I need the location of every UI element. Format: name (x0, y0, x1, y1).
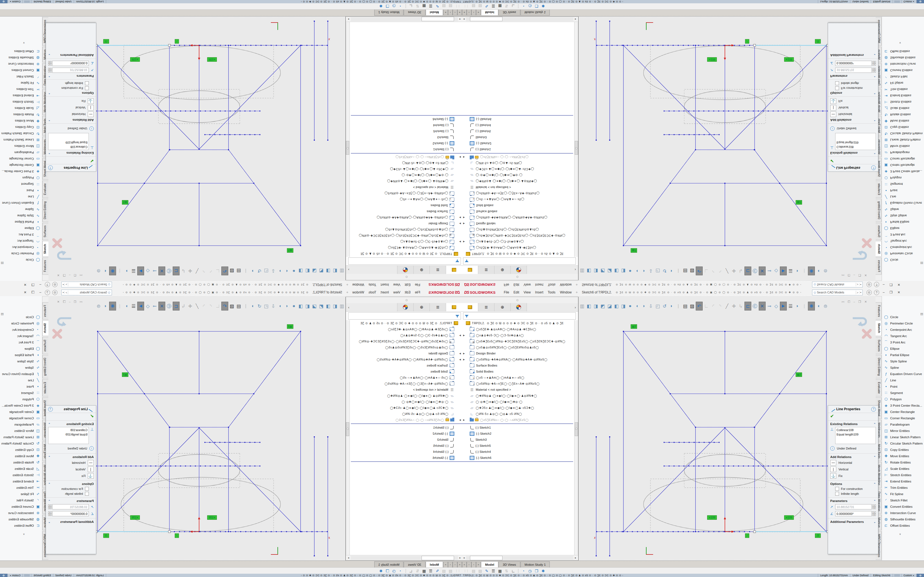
tree-rollback-bar[interactable] (351, 424, 462, 424)
tree-row[interactable]: ∟◯ИN◦5ɔ◦♟◎◯◦◯◎♟◦ɔ5◦ИN◯ (462, 411, 573, 417)
tab-scroll-button[interactable]: ‹ (467, 562, 471, 568)
angle-spinner[interactable]: ▲▼ (872, 511, 876, 516)
length-input[interactable]: 10.88152731 (52, 68, 89, 73)
menu-tools[interactable]: Tools (546, 290, 558, 295)
tool-corner-rectangle[interactable]: ▭Corner Rectangle (884, 156, 924, 162)
tool-linear-sketch-pattern[interactable]: ⊞Linear Sketch Pattern (884, 434, 924, 440)
tree-row[interactable]: ▱◯·◎✚◯∗◉I◯◦◯I◉∗◯✚◎·◯ (462, 399, 573, 405)
menu-view[interactable]: View (522, 282, 533, 287)
tab-scroll-button[interactable]: » (443, 9, 448, 15)
add-relation-vertical[interactable]: ❘Vertical (46, 466, 96, 472)
option-infinite-length[interactable]: Infinite length (46, 81, 96, 86)
tab-overflow-arrow[interactable]: › (575, 266, 578, 274)
tree-row[interactable]: ▶Design Binder (462, 221, 573, 227)
tree-row[interactable]: ◆Solid Bodies (462, 369, 573, 374)
chevron-up-icon[interactable]: ⌃ (874, 456, 876, 459)
model-tab-3d-views[interactable]: 3D Views (404, 561, 425, 568)
model-tab-3d-views[interactable]: 3D Views (499, 9, 520, 16)
relation-item[interactable]: Collinear108 (837, 428, 874, 432)
option-for-construction[interactable]: For construction (46, 86, 96, 91)
tree-row[interactable]: ▶A◯ƨ5ИN◎◦✚A✚◎ИNA◯◦◯AИN◎✚A✚◦◎ИNƨ5◯ (351, 214, 462, 221)
tab-scroll-button[interactable]: ‹ (467, 9, 471, 15)
tree-row[interactable]: ★◯ƨ5ƷƐ✚◦♟◎ʌAΦ◯◦◯ΦAʌ◎♟◦✚ƐƷ5ƨ◯ (462, 245, 573, 251)
menu-window[interactable]: Window (350, 290, 366, 295)
featuremanager-tab-part[interactable] (462, 303, 478, 311)
featuremanager-tab-part[interactable] (446, 303, 462, 311)
status-units-selector[interactable]: Custom ▲ (901, 574, 917, 577)
tab-scroll-button[interactable]: » (476, 562, 481, 568)
tool-tangent-arc[interactable]: ◠Tangent Arc (884, 238, 924, 244)
menu-tools[interactable]: Tools (366, 282, 378, 287)
chevron-up-icon[interactable]: ⌃ (874, 92, 876, 95)
relation-button-icon[interactable]: ⚓ (830, 98, 836, 104)
tool-extend-entities[interactable]: ⇥Extend Entities (0, 478, 40, 484)
bottom-toolbar-icon[interactable]: ◷ (527, 569, 533, 573)
tool-circle[interactable]: ◯Circle (0, 314, 40, 320)
relation-item[interactable]: Equal length109 (837, 432, 874, 437)
menu-view[interactable]: View (522, 290, 533, 295)
relations-listbox[interactable]: Collinear108 Equal length109 (835, 427, 876, 444)
tree-row[interactable]: (-) Sketch6 (462, 116, 573, 122)
relation-button-icon[interactable]: — (830, 460, 836, 466)
expand-arrow-icon[interactable]: ▶ (462, 419, 466, 421)
tool-linear-sketch-pattern[interactable]: ⊞Linear Sketch Pattern (0, 137, 40, 143)
tool-center-rectangle[interactable]: ▣Center Rectangle (884, 162, 924, 168)
bottom-toolbar-icon[interactable]: ▤ (447, 4, 454, 8)
tool-extend-entities[interactable]: ⇥Extend Entities (0, 93, 40, 99)
tree-rollback-bar[interactable] (462, 461, 573, 462)
relation-button-icon[interactable]: ❘ (830, 105, 836, 110)
tree-row[interactable]: ∟◯ИN◦5ɔ◦♟◎◯◦◯◎♟◦ɔ5◦ИN◯ (351, 411, 462, 417)
hscroll-left-arrow[interactable]: ◄ (462, 557, 466, 559)
tree-filter-input[interactable] (463, 258, 576, 264)
feature-manager-header[interactable] (462, 297, 578, 303)
expand-arrow-icon[interactable]: ▶ (462, 222, 466, 225)
bottom-toolbar-icon[interactable]: ✎ (434, 569, 441, 573)
vtab-features[interactable]: Features (876, 302, 882, 319)
restore-button[interactable]: ❐ (887, 283, 895, 287)
tool-move-entities[interactable]: ✚Move Entities (884, 118, 924, 124)
tree-row[interactable]: (-) Sketch1 (462, 147, 573, 153)
length-input[interactable]: 10.88152731 (835, 68, 872, 73)
relation-button-icon[interactable]: ⚓ (88, 473, 94, 479)
tool-point[interactable]: ▪Point (0, 383, 40, 390)
close-button[interactable]: ✕ (21, 283, 29, 287)
quick-access-toolbar[interactable]: ⊙ ƷƐ ⊙ Ɯ ⊙ ⊙ ⊙ ✚ ⊙ ƆC ⊙ ƷƐ ⊙ · ⊙ ƨ5 ⊙ ♟ … (616, 291, 811, 294)
tool-intersection-curve[interactable]: ⊛Intersection Curve (884, 510, 924, 516)
tree-row[interactable]: (-) Sketch6 (351, 455, 462, 461)
help-icon[interactable]: ? (871, 407, 876, 412)
tree-row[interactable]: ☰Material < not specified > (351, 184, 462, 190)
tree-row[interactable]: ▶◴◯ʌ♟◎✚ƨ5◦Ɔ◯◦◯Ɔ◦5ƨ✚◎♟ʌ◯ (462, 239, 573, 245)
tool-parallelogram[interactable]: ▱Parallelogram (0, 150, 40, 156)
tree-row[interactable]: ✎◯ƨ5·∩∗♟Am◯◦◯mA♟∗∩·ƨ5◯ (462, 374, 573, 380)
bottom-toolbar-icon[interactable]: ✎ (483, 569, 490, 573)
hscroll-right-arrow[interactable]: ► (347, 557, 351, 559)
vtab-direct-editing[interactable]: Direct Editing (876, 199, 882, 222)
tool-spline[interactable]: ∿Spline (884, 206, 924, 213)
tool-line[interactable]: ╱Line (884, 377, 924, 383)
bottom-toolbar-icon[interactable]: ✱ (378, 4, 384, 8)
bottom-toolbar-icon[interactable]: ⇅ (414, 569, 421, 573)
tree-horizontal-scrollbar[interactable]: ◄ ► (347, 17, 462, 22)
tree-row[interactable]: ★◯ƨ5ƷƐ✚◦♟◎ʌAΦ◯◦◯ΦAʌ◎♟◦✚ƐƷ5ƨ◯ (351, 326, 462, 332)
section-additional-parameters[interactable]: Additional Parameters ⌄ (46, 518, 96, 524)
angle-input[interactable]: 0.00000000° (52, 61, 89, 66)
tree-row[interactable]: (-) Sketch6 (351, 116, 462, 122)
tree-row[interactable]: ▶A◯ƨ5ИN◎◦✚A✚◎ИNA◯◦◯AИN◎✚A✚◦◎ИNƨ5◯ (462, 356, 573, 363)
length-spinner[interactable]: ▲▼ (48, 504, 52, 509)
tool-convert-entities[interactable]: ▣Convert Entities (884, 503, 924, 510)
vtab-surfaces[interactable]: Surfaces (42, 337, 48, 354)
tool-perimeter-circle[interactable]: ◎Perimeter Circle (0, 320, 40, 326)
featuremanager-tab-target[interactable]: ⊕ (494, 303, 510, 311)
bottom-toolbar-icon[interactable]: ▤ (477, 4, 483, 8)
tool-partial-ellipse[interactable]: ◗Partial Ellipse (884, 219, 924, 225)
tool-copy-entities[interactable]: ⊡Copy Entities (0, 124, 40, 131)
globe-icon[interactable]: ◍ (917, 574, 924, 577)
tree-row[interactable]: Σ◯ƨ5ИN◎◦✚A∩¤ƷƐ◯◦◯ƷƐ¤∩A✚◦◎ИNƨ5◯ (462, 190, 573, 197)
tree-row[interactable]: TЯPDL2.⊙ ƷƐ ⊙ Ɯ ⊙ ⊙ ⊙ ✚ ⊙ ƆC ⊙ ƷƐ ⊙ · ⊙ … (351, 320, 462, 326)
bottom-toolbar-icon[interactable]: ◔ (397, 569, 404, 573)
bottom-toolbar-icon[interactable]: ◷ (391, 569, 397, 573)
tool-offset-entities[interactable]: ⊏Offset Entities (884, 48, 924, 55)
ok-check-icon[interactable]: ✔ (828, 413, 878, 419)
bottom-toolbar-icon[interactable]: ⇅ (503, 569, 510, 573)
help-icon[interactable]: ? (48, 407, 53, 412)
